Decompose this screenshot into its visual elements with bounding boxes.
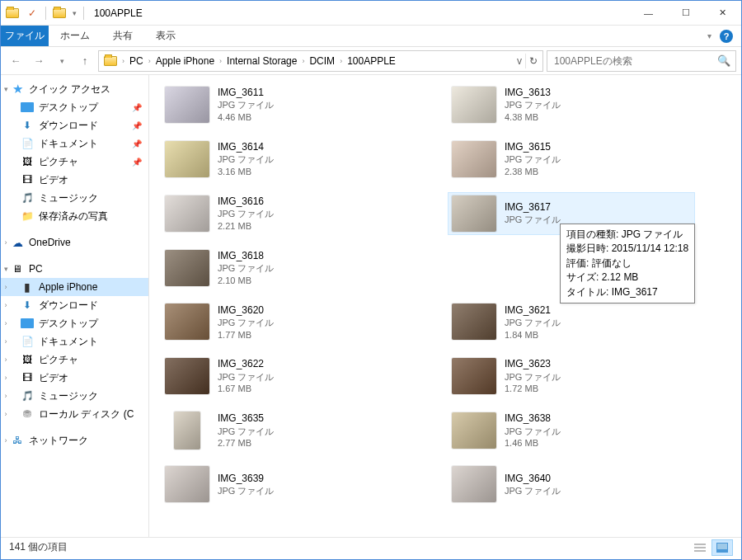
address-bar[interactable]: › PC › Apple iPhone › Internal Storage ›… bbox=[98, 50, 543, 72]
search-icon[interactable]: 🔍 bbox=[717, 54, 730, 67]
tree-label: デスクトップ bbox=[39, 101, 98, 115]
address-history-dropdown[interactable]: v bbox=[514, 54, 525, 68]
tree-documents-2[interactable]: ›ドキュメント bbox=[1, 332, 148, 351]
file-name: IMG_3638 bbox=[505, 412, 561, 425]
tree-downloads[interactable]: ダウンロード📌 bbox=[1, 116, 148, 134]
file-item[interactable]: IMG_3639JPG ファイル bbox=[161, 464, 408, 505]
file-item[interactable]: IMG_3615JPG ファイル2.38 MB bbox=[448, 138, 695, 181]
chevron-right-icon[interactable]: › bbox=[2, 374, 10, 382]
nav-up-button[interactable]: ↑ bbox=[75, 51, 95, 71]
chevron-right-icon[interactable]: › bbox=[147, 57, 153, 65]
file-item[interactable]: IMG_3614JPG ファイル3.16 MB bbox=[161, 138, 408, 181]
file-type: JPG ファイル bbox=[505, 485, 561, 497]
file-item[interactable]: IMG_3620JPG ファイル1.77 MB bbox=[161, 301, 408, 344]
file-type: JPG ファイル bbox=[218, 99, 274, 111]
view-details-button[interactable] bbox=[689, 539, 711, 556]
chevron-right-icon[interactable]: › bbox=[300, 57, 306, 65]
file-item[interactable]: IMG_3635JPG ファイル2.77 MB bbox=[161, 409, 408, 452]
tab-view[interactable]: 表示 bbox=[144, 26, 187, 46]
breadcrumb-pc[interactable]: PC bbox=[126, 54, 147, 68]
file-item[interactable]: IMG_3623JPG ファイル1.72 MB bbox=[448, 355, 695, 398]
file-item[interactable]: IMG_3622JPG ファイル1.67 MB bbox=[161, 355, 408, 398]
chevron-right-icon[interactable]: › bbox=[2, 238, 10, 247]
chevron-right-icon[interactable]: › bbox=[2, 319, 10, 327]
tree-desktop[interactable]: デスクトップ📌 bbox=[1, 98, 148, 116]
file-view[interactable]: IMG_3611JPG ファイル4.46 MBIMG_3613JPG ファイル4… bbox=[149, 75, 741, 537]
chevron-down-icon[interactable] bbox=[2, 85, 10, 93]
tree-videos-2[interactable]: ›ビデオ bbox=[1, 369, 148, 387]
tree-music[interactable]: ミュージック bbox=[1, 189, 148, 207]
nav-forward-button[interactable]: → bbox=[29, 51, 49, 71]
nav-back-button[interactable]: ← bbox=[6, 51, 26, 71]
qat-properties-icon[interactable]: ✓ bbox=[26, 7, 39, 20]
tree-desktop-2[interactable]: ›デスクトップ bbox=[1, 314, 148, 332]
chevron-right-icon[interactable]: › bbox=[2, 392, 10, 400]
minimize-button[interactable]: — bbox=[630, 1, 667, 26]
tree-onedrive[interactable]: ›OneDrive bbox=[1, 233, 148, 252]
file-thumbnail bbox=[165, 87, 209, 123]
document-icon bbox=[21, 335, 34, 348]
nav-recent-button[interactable]: ▾ bbox=[52, 51, 72, 71]
chevron-down-icon[interactable] bbox=[2, 265, 10, 273]
chevron-right-icon[interactable]: › bbox=[2, 410, 10, 418]
quick-access-toolbar: ✓ ▾ bbox=[1, 7, 89, 20]
chevron-right-icon[interactable]: › bbox=[2, 436, 10, 445]
tree-label: OneDrive bbox=[29, 237, 71, 248]
search-input[interactable] bbox=[552, 54, 717, 68]
breadcrumb-iphone[interactable]: Apple iPhone bbox=[153, 54, 218, 68]
view-tiles-button[interactable] bbox=[711, 539, 733, 556]
ribbon-expand-icon[interactable]: ▾ bbox=[707, 31, 711, 40]
file-item[interactable]: IMG_3621JPG ファイル1.84 MB bbox=[448, 301, 695, 344]
tree-pictures[interactable]: ピクチャ📌 bbox=[1, 153, 148, 171]
chevron-right-icon[interactable]: › bbox=[2, 301, 10, 309]
file-item[interactable]: IMG_3616JPG ファイル2.21 MB bbox=[161, 192, 408, 235]
tree-saved-pictures[interactable]: 保存済みの写真 bbox=[1, 207, 148, 225]
tree-pc[interactable]: PC bbox=[1, 260, 148, 278]
tooltip-value: IMG_3617 bbox=[612, 286, 658, 298]
tab-home[interactable]: ホーム bbox=[49, 26, 101, 46]
maximize-button[interactable]: ☐ bbox=[667, 1, 704, 26]
tree-network[interactable]: ›ネットワーク bbox=[1, 431, 148, 449]
file-item[interactable]: IMG_3618JPG ファイル2.10 MB bbox=[161, 247, 408, 289]
chevron-right-icon[interactable]: › bbox=[2, 355, 10, 364]
tree-quick-access[interactable]: ★ クイック アクセス bbox=[1, 80, 148, 98]
file-item[interactable]: IMG_3611JPG ファイル4.46 MB bbox=[161, 83, 408, 126]
file-item[interactable]: IMG_3640JPG ファイル bbox=[448, 464, 695, 505]
file-name: IMG_3640 bbox=[505, 472, 561, 485]
chevron-right-icon[interactable]: › bbox=[2, 283, 10, 291]
svg-rect-4 bbox=[717, 544, 727, 549]
tree-videos[interactable]: ビデオ bbox=[1, 171, 148, 189]
file-name: IMG_3635 bbox=[218, 412, 274, 425]
chevron-right-icon[interactable]: › bbox=[120, 57, 126, 65]
addr-root-icon[interactable] bbox=[101, 54, 120, 68]
tree-pictures-2[interactable]: ›ピクチャ bbox=[1, 351, 148, 369]
breadcrumb-storage[interactable]: Internal Storage bbox=[223, 54, 300, 68]
refresh-button[interactable]: ↻ bbox=[525, 54, 541, 68]
tree-music-2[interactable]: ›ミュージック bbox=[1, 387, 148, 405]
chevron-right-icon[interactable]: › bbox=[2, 337, 10, 346]
tab-share[interactable]: 共有 bbox=[101, 26, 144, 46]
help-icon[interactable]: ? bbox=[720, 30, 733, 43]
search-box[interactable]: 🔍 bbox=[547, 50, 736, 72]
tree-downloads-2[interactable]: ›ダウンロード bbox=[1, 296, 148, 314]
tree-label: ドキュメント bbox=[39, 335, 98, 349]
tree-local-disk[interactable]: ›ローカル ディスク (C bbox=[1, 405, 148, 423]
file-name: IMG_3639 bbox=[218, 472, 274, 485]
qat-dropdown-icon[interactable]: ▾ bbox=[73, 9, 77, 17]
file-item[interactable]: IMG_3613JPG ファイル4.38 MB bbox=[448, 83, 695, 126]
qat-folder-icon[interactable] bbox=[53, 7, 66, 20]
tree-documents[interactable]: ドキュメント📌 bbox=[1, 134, 148, 153]
file-item[interactable]: IMG_3638JPG ファイル1.46 MB bbox=[448, 409, 695, 452]
tab-file[interactable]: ファイル bbox=[1, 26, 49, 46]
breadcrumb-100apple[interactable]: 100APPLE bbox=[344, 54, 399, 68]
close-button[interactable]: ✕ bbox=[704, 1, 741, 26]
tree-label: ピクチャ bbox=[39, 155, 78, 169]
file-type: JPG ファイル bbox=[218, 485, 274, 497]
chevron-right-icon[interactable]: › bbox=[218, 57, 223, 65]
navigation-pane[interactable]: ★ クイック アクセス デスクトップ📌 ダウンロード📌 ドキュメント📌 ピクチャ… bbox=[1, 75, 149, 537]
breadcrumb-dcim[interactable]: DCIM bbox=[306, 54, 338, 68]
tree-apple-iphone[interactable]: ›Apple iPhone bbox=[1, 278, 148, 296]
chevron-right-icon[interactable]: › bbox=[338, 57, 344, 65]
tree-label: Apple iPhone bbox=[39, 281, 97, 293]
file-size: 1.77 MB bbox=[218, 329, 274, 341]
